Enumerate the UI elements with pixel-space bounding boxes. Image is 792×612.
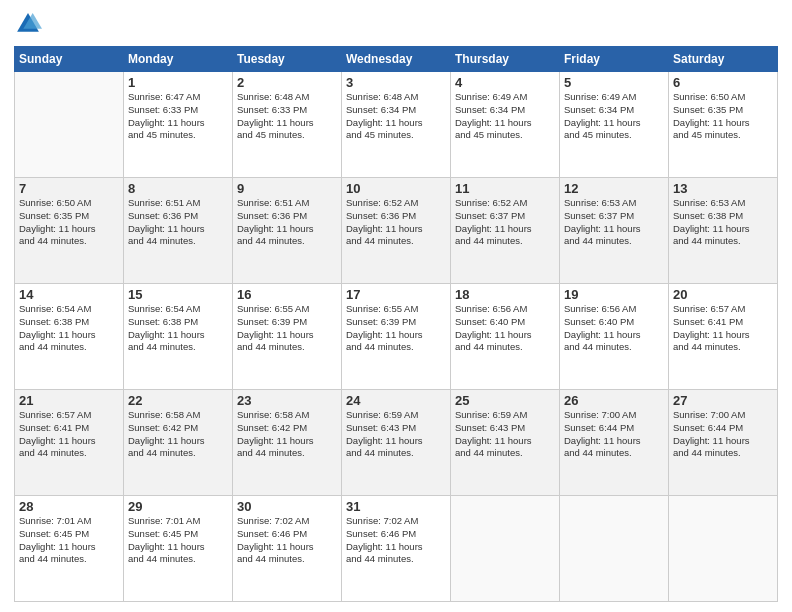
cell-info-line: and 44 minutes. bbox=[564, 447, 664, 460]
cell-info-line: and 44 minutes. bbox=[346, 553, 446, 566]
calendar-cell: 24Sunrise: 6:59 AMSunset: 6:43 PMDayligh… bbox=[342, 390, 451, 496]
cell-info-line: and 44 minutes. bbox=[673, 235, 773, 248]
cell-info-line: Sunrise: 6:50 AM bbox=[673, 91, 773, 104]
cell-info-line: Sunrise: 6:47 AM bbox=[128, 91, 228, 104]
calendar-cell: 23Sunrise: 6:58 AMSunset: 6:42 PMDayligh… bbox=[233, 390, 342, 496]
day-number: 26 bbox=[564, 393, 664, 408]
cell-info-line: Daylight: 11 hours bbox=[564, 117, 664, 130]
cell-info-line: and 44 minutes. bbox=[455, 447, 555, 460]
cell-info-line: Daylight: 11 hours bbox=[455, 223, 555, 236]
day-number: 29 bbox=[128, 499, 228, 514]
day-number: 28 bbox=[19, 499, 119, 514]
cell-info-line: Sunrise: 6:50 AM bbox=[19, 197, 119, 210]
calendar-cell: 3Sunrise: 6:48 AMSunset: 6:34 PMDaylight… bbox=[342, 72, 451, 178]
cell-info-line: Daylight: 11 hours bbox=[128, 223, 228, 236]
calendar-cell: 7Sunrise: 6:50 AMSunset: 6:35 PMDaylight… bbox=[15, 178, 124, 284]
weekday-header: Monday bbox=[124, 47, 233, 72]
cell-info-line: and 44 minutes. bbox=[455, 341, 555, 354]
cell-info-line: and 45 minutes. bbox=[128, 129, 228, 142]
calendar-week-row: 28Sunrise: 7:01 AMSunset: 6:45 PMDayligh… bbox=[15, 496, 778, 602]
cell-info-line: Daylight: 11 hours bbox=[455, 117, 555, 130]
calendar-week-row: 14Sunrise: 6:54 AMSunset: 6:38 PMDayligh… bbox=[15, 284, 778, 390]
cell-info-line: Daylight: 11 hours bbox=[237, 541, 337, 554]
logo bbox=[14, 10, 46, 38]
cell-info-line: Daylight: 11 hours bbox=[128, 541, 228, 554]
cell-info-line: Sunset: 6:33 PM bbox=[128, 104, 228, 117]
cell-info-line: Sunset: 6:38 PM bbox=[128, 316, 228, 329]
calendar-cell: 16Sunrise: 6:55 AMSunset: 6:39 PMDayligh… bbox=[233, 284, 342, 390]
cell-info-line: Sunrise: 6:54 AM bbox=[19, 303, 119, 316]
cell-info-line: Daylight: 11 hours bbox=[346, 329, 446, 342]
cell-info-line: Daylight: 11 hours bbox=[564, 435, 664, 448]
calendar-cell bbox=[669, 496, 778, 602]
day-number: 16 bbox=[237, 287, 337, 302]
cell-info-line: and 44 minutes. bbox=[455, 235, 555, 248]
cell-info-line: Daylight: 11 hours bbox=[673, 435, 773, 448]
calendar-cell: 30Sunrise: 7:02 AMSunset: 6:46 PMDayligh… bbox=[233, 496, 342, 602]
cell-info-line: Sunrise: 6:49 AM bbox=[455, 91, 555, 104]
weekday-header: Wednesday bbox=[342, 47, 451, 72]
cell-info-line: Sunset: 6:34 PM bbox=[564, 104, 664, 117]
cell-info-line: Sunrise: 6:51 AM bbox=[128, 197, 228, 210]
cell-info-line: Sunset: 6:34 PM bbox=[346, 104, 446, 117]
cell-info-line: and 44 minutes. bbox=[19, 235, 119, 248]
cell-info-line: Sunrise: 7:00 AM bbox=[673, 409, 773, 422]
calendar-cell: 31Sunrise: 7:02 AMSunset: 6:46 PMDayligh… bbox=[342, 496, 451, 602]
cell-info-line: Daylight: 11 hours bbox=[346, 223, 446, 236]
calendar-cell: 12Sunrise: 6:53 AMSunset: 6:37 PMDayligh… bbox=[560, 178, 669, 284]
cell-info-line: Sunset: 6:39 PM bbox=[346, 316, 446, 329]
calendar-cell: 29Sunrise: 7:01 AMSunset: 6:45 PMDayligh… bbox=[124, 496, 233, 602]
weekday-header: Tuesday bbox=[233, 47, 342, 72]
calendar-cell: 8Sunrise: 6:51 AMSunset: 6:36 PMDaylight… bbox=[124, 178, 233, 284]
cell-info-line: Sunset: 6:42 PM bbox=[128, 422, 228, 435]
cell-info-line: Daylight: 11 hours bbox=[128, 435, 228, 448]
cell-info-line: Daylight: 11 hours bbox=[564, 223, 664, 236]
day-number: 4 bbox=[455, 75, 555, 90]
day-number: 15 bbox=[128, 287, 228, 302]
cell-info-line: and 45 minutes. bbox=[564, 129, 664, 142]
calendar-cell: 20Sunrise: 6:57 AMSunset: 6:41 PMDayligh… bbox=[669, 284, 778, 390]
calendar-cell: 11Sunrise: 6:52 AMSunset: 6:37 PMDayligh… bbox=[451, 178, 560, 284]
weekday-header: Thursday bbox=[451, 47, 560, 72]
day-number: 7 bbox=[19, 181, 119, 196]
cell-info-line: and 44 minutes. bbox=[128, 341, 228, 354]
cell-info-line: Sunrise: 6:54 AM bbox=[128, 303, 228, 316]
cell-info-line: Daylight: 11 hours bbox=[128, 329, 228, 342]
header bbox=[14, 10, 778, 38]
calendar-cell: 27Sunrise: 7:00 AMSunset: 6:44 PMDayligh… bbox=[669, 390, 778, 496]
cell-info-line: and 44 minutes. bbox=[564, 341, 664, 354]
calendar-cell: 21Sunrise: 6:57 AMSunset: 6:41 PMDayligh… bbox=[15, 390, 124, 496]
cell-info-line: Sunrise: 6:55 AM bbox=[346, 303, 446, 316]
cell-info-line: Sunrise: 6:48 AM bbox=[346, 91, 446, 104]
cell-info-line: Daylight: 11 hours bbox=[455, 329, 555, 342]
day-number: 19 bbox=[564, 287, 664, 302]
day-number: 14 bbox=[19, 287, 119, 302]
cell-info-line: Sunset: 6:45 PM bbox=[19, 528, 119, 541]
cell-info-line: Sunrise: 6:52 AM bbox=[346, 197, 446, 210]
calendar-cell: 15Sunrise: 6:54 AMSunset: 6:38 PMDayligh… bbox=[124, 284, 233, 390]
cell-info-line: Sunrise: 6:57 AM bbox=[673, 303, 773, 316]
calendar-week-row: 1Sunrise: 6:47 AMSunset: 6:33 PMDaylight… bbox=[15, 72, 778, 178]
calendar-cell bbox=[15, 72, 124, 178]
cell-info-line: Sunset: 6:38 PM bbox=[673, 210, 773, 223]
day-number: 8 bbox=[128, 181, 228, 196]
cell-info-line: and 44 minutes. bbox=[128, 447, 228, 460]
cell-info-line: Sunset: 6:35 PM bbox=[19, 210, 119, 223]
cell-info-line: Daylight: 11 hours bbox=[237, 117, 337, 130]
cell-info-line: and 44 minutes. bbox=[673, 341, 773, 354]
cell-info-line: and 44 minutes. bbox=[237, 553, 337, 566]
day-number: 21 bbox=[19, 393, 119, 408]
calendar-table: SundayMondayTuesdayWednesdayThursdayFrid… bbox=[14, 46, 778, 602]
cell-info-line: Sunset: 6:44 PM bbox=[564, 422, 664, 435]
cell-info-line: Sunrise: 6:55 AM bbox=[237, 303, 337, 316]
day-number: 24 bbox=[346, 393, 446, 408]
day-number: 22 bbox=[128, 393, 228, 408]
cell-info-line: Sunrise: 6:49 AM bbox=[564, 91, 664, 104]
page: SundayMondayTuesdayWednesdayThursdayFrid… bbox=[0, 0, 792, 612]
calendar-cell: 2Sunrise: 6:48 AMSunset: 6:33 PMDaylight… bbox=[233, 72, 342, 178]
calendar-cell: 1Sunrise: 6:47 AMSunset: 6:33 PMDaylight… bbox=[124, 72, 233, 178]
cell-info-line: Sunrise: 7:00 AM bbox=[564, 409, 664, 422]
cell-info-line: Sunrise: 6:56 AM bbox=[564, 303, 664, 316]
cell-info-line: Daylight: 11 hours bbox=[237, 223, 337, 236]
day-number: 10 bbox=[346, 181, 446, 196]
